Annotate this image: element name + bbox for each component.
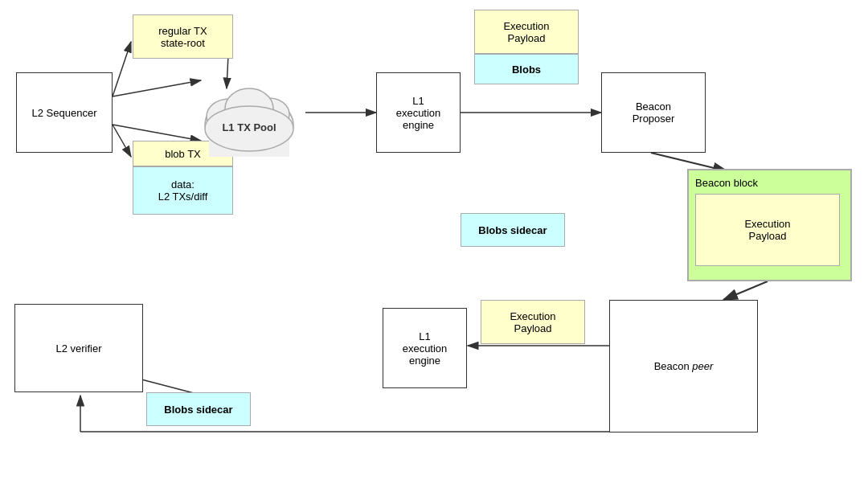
l1-exec-engine-top-box: L1executionengine — [376, 72, 461, 153]
exec-payload-top-label: ExecutionPayload — [503, 20, 549, 44]
blobs-sidecar-top-label: Blobs sidecar — [478, 224, 547, 236]
svg-line-5 — [113, 125, 201, 141]
exec-payload-bottom-box: ExecutionPayload — [481, 300, 585, 344]
svg-line-1 — [113, 42, 131, 96]
svg-line-9 — [723, 281, 768, 300]
beacon-proposer-label: BeaconProposer — [633, 100, 675, 125]
beacon-peer-box: Beacon peer — [609, 300, 758, 432]
l2-sequencer-box: L2 Sequencer — [16, 72, 113, 153]
beacon-proposer-box: BeaconProposer — [601, 72, 706, 153]
blobs-sidecar-top-box: Blobs sidecar — [461, 213, 565, 247]
exec-payload-right-box: ExecutionPayload — [695, 194, 840, 266]
l2-verifier-box: L2 verifier — [14, 304, 143, 392]
svg-line-2 — [113, 125, 131, 157]
beacon-peer-label: Beacon peer — [654, 360, 714, 372]
regular-tx-box: regular TXstate-root — [133, 14, 233, 59]
l1-tx-pool-cloud: L1 TX Pool — [193, 64, 305, 161]
blob-data-box: data:L2 TXs/diff — [133, 166, 233, 215]
blobs-sidecar-bottom-box: Blobs sidecar — [146, 392, 251, 426]
beacon-block-container: Beacon block ExecutionPayload — [687, 169, 852, 281]
l1-exec-engine-top-label: L1executionengine — [396, 95, 441, 131]
diagram: L2 Sequencer regular TXstate-root blob T… — [0, 0, 868, 496]
blobs-top-label: Blobs — [512, 64, 541, 76]
svg-line-4 — [113, 80, 201, 96]
beacon-block-title: Beacon block — [695, 177, 758, 189]
blobs-sidecar-bottom-label: Blobs sidecar — [164, 404, 232, 416]
exec-payload-right-label: ExecutionPayload — [744, 218, 790, 242]
l2-sequencer-label: L2 Sequencer — [32, 107, 97, 119]
l1-exec-engine-bottom-label: L1executionengine — [403, 330, 448, 367]
exec-payload-bottom-label: ExecutionPayload — [510, 310, 555, 334]
blobs-top-box: Blobs — [474, 54, 579, 84]
l2-verifier-label: L2 verifier — [55, 342, 101, 355]
svg-text:L1 TX Pool: L1 TX Pool — [222, 121, 276, 133]
l1-exec-engine-bottom-box: L1executionengine — [383, 308, 467, 388]
exec-payload-top-box: ExecutionPayload — [474, 10, 579, 54]
blob-data-label: data:L2 TXs/diff — [158, 178, 208, 203]
regular-tx-label: regular TXstate-root — [158, 25, 207, 49]
